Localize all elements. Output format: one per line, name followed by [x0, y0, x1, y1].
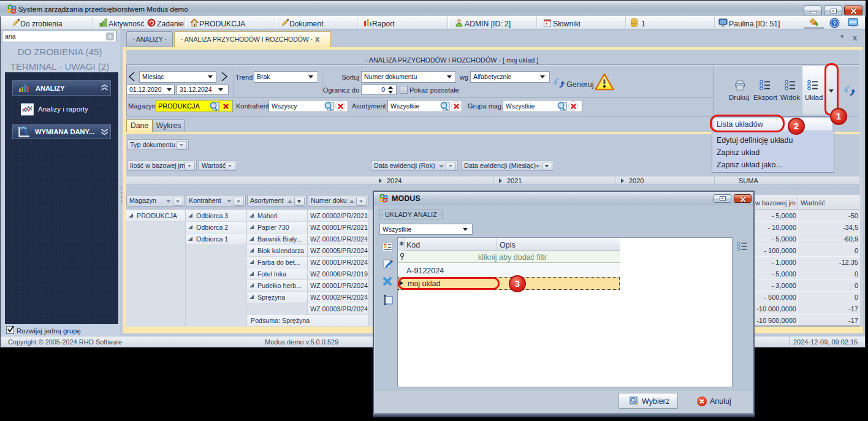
svg-text:?: ? — [833, 20, 837, 26]
